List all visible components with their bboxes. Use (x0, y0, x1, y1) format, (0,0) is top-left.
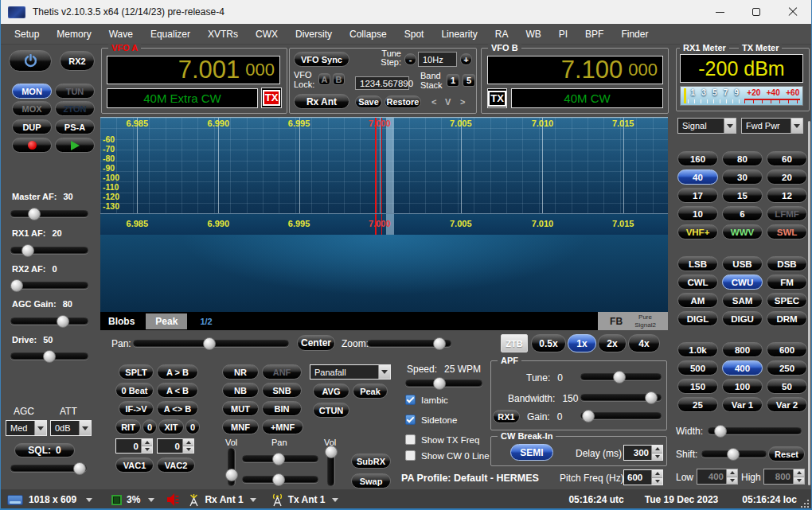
menu-equalizer[interactable]: Equalizer (142, 25, 199, 43)
restore-button[interactable]: Restore (385, 95, 421, 108)
band-wwv-button[interactable]: WWV (722, 224, 763, 239)
blobs-toggle[interactable]: Blobs (108, 316, 135, 327)
spinner-up-icon[interactable] (183, 439, 193, 446)
filter-800-button[interactable]: 800 (722, 342, 763, 357)
mut-button[interactable]: MUT (222, 401, 259, 416)
mode-sam-button[interactable]: SAM (722, 293, 763, 308)
save-button[interactable]: Save (355, 95, 382, 108)
spinner-up-icon[interactable] (727, 469, 737, 477)
mode-usb-button[interactable]: USB (722, 256, 763, 271)
apf-bandwidth-slider[interactable] (580, 394, 662, 401)
master-af-thumb[interactable] (28, 208, 41, 220)
mute-icon[interactable] (167, 493, 179, 506)
mon-button[interactable]: MON (12, 84, 52, 99)
menu-ra[interactable]: RA (486, 25, 517, 43)
band-next-button[interactable]: > (460, 97, 465, 107)
if-to-v-button[interactable]: IF->V (119, 401, 154, 416)
zoom-05x-button[interactable]: 0.5x (531, 334, 566, 352)
vfob-tx-indicator[interactable]: TX (488, 91, 506, 107)
agc-select[interactable]: Med (6, 420, 47, 436)
shift-slider[interactable] (701, 450, 767, 457)
apf-rx1-button[interactable]: RX1 (493, 410, 520, 423)
band-v-button[interactable]: V (445, 97, 451, 107)
menu-cwx[interactable]: CWX (247, 25, 287, 43)
rx1-af-slider[interactable] (10, 247, 88, 254)
spinner-down-icon[interactable] (183, 446, 193, 453)
chevron-down-icon[interactable] (332, 498, 338, 502)
vac1-button[interactable]: VAC1 (115, 457, 154, 473)
window-edge-scrollbar[interactable] (808, 121, 810, 485)
width-slider[interactable] (708, 427, 802, 434)
rx-meter-mode-select[interactable]: Signal (677, 118, 736, 134)
maximize-button[interactable] (738, 0, 775, 24)
tx-meter-mode-select[interactable]: Fwd Pwr (741, 118, 803, 134)
menu-diversity[interactable]: Diversity (287, 25, 341, 43)
menu-pi[interactable]: PI (550, 25, 576, 43)
mode-lsb-button[interactable]: LSB (677, 256, 718, 271)
xit-spinner[interactable]: 0 (157, 438, 194, 454)
spinner-up-icon[interactable] (652, 446, 662, 454)
band-20-button[interactable]: 20 (767, 169, 807, 185)
rx1-pan-thumb[interactable] (272, 453, 285, 465)
band-17-button[interactable]: 17 (677, 188, 718, 203)
rx2-af-slider[interactable] (10, 282, 88, 289)
chevron-down-icon[interactable] (250, 498, 256, 502)
band-160-button[interactable]: 160 (677, 151, 718, 166)
rx1-vol-slider[interactable] (228, 448, 235, 486)
rx2-button[interactable]: RX2 (60, 51, 95, 71)
tune-step-plus-button[interactable]: + (460, 53, 472, 65)
a-to-b-button[interactable]: A > B (157, 364, 198, 380)
minimize-button[interactable] (701, 0, 738, 24)
rx1-vol-thumb[interactable] (225, 469, 238, 481)
snb-button[interactable]: SNB (262, 383, 302, 398)
master-af-slider[interactable] (10, 210, 88, 217)
zoom-slider[interactable] (367, 340, 451, 347)
cw-speed-thumb[interactable] (433, 377, 446, 390)
nb-button[interactable]: NB (222, 383, 259, 398)
mode-fm-button[interactable]: FM (767, 274, 807, 290)
tun-button[interactable]: TUN (55, 84, 95, 99)
band-stack-1-button[interactable]: 1 (447, 74, 459, 87)
menu-spot[interactable]: Spot (396, 25, 433, 43)
apf-tune-thumb[interactable] (613, 371, 626, 383)
filter-1k-button[interactable]: 1.0k (677, 342, 718, 357)
width-thumb[interactable] (714, 425, 727, 438)
rx-ant-button[interactable]: Rx Ant (294, 94, 349, 109)
zoom-1x-button[interactable]: 1x (568, 334, 596, 352)
zoom-thumb[interactable] (433, 337, 446, 350)
rit-button[interactable]: RIT (115, 419, 141, 434)
apf-gain-thumb[interactable] (582, 410, 595, 422)
spinner-up-icon[interactable] (652, 470, 662, 478)
pan-thumb[interactable] (203, 337, 216, 350)
menu-linearity[interactable]: Linearity (432, 25, 486, 43)
cw-speed-slider[interactable] (405, 380, 482, 387)
spinner-down-icon[interactable] (794, 477, 804, 485)
mode-dsb-button[interactable]: DSB (767, 256, 807, 271)
chevron-down-icon[interactable] (79, 421, 91, 435)
display-mode-select[interactable]: Panafall (310, 364, 391, 380)
ctun-button[interactable]: CTUN (313, 403, 349, 418)
apf-tune-slider[interactable] (580, 373, 662, 380)
subrx-vol-thumb[interactable] (325, 446, 338, 458)
rit-zero-button[interactable]: 0 (142, 419, 157, 434)
band-10-button[interactable]: 10 (677, 206, 718, 221)
center-button[interactable]: Center (297, 335, 335, 351)
filter-50-button[interactable]: 50 (767, 379, 807, 394)
avg-button[interactable]: AVG (313, 383, 349, 399)
chevron-down-icon[interactable] (724, 119, 736, 133)
vfo-lock-b-button[interactable]: B (333, 73, 345, 85)
fb-button[interactable]: FB (610, 316, 623, 327)
menu-memory[interactable]: Memory (48, 25, 100, 43)
band-60-button[interactable]: 60 (767, 151, 807, 166)
spinner-down-icon[interactable] (652, 478, 662, 485)
spectrum-display[interactable]: 6.985 6.990 6.995 7.000 7.005 7.010 7.01… (100, 117, 668, 213)
xit-button[interactable]: XIT (158, 419, 184, 434)
filter-var1-button[interactable]: Var 1 (722, 397, 763, 412)
filter-100-button[interactable]: 100 (722, 379, 763, 394)
band-lfmf-button[interactable]: LFMF (767, 206, 807, 221)
mode-drm-button[interactable]: DRM (767, 311, 807, 326)
menu-bpf[interactable]: BPF (576, 25, 612, 43)
mnf-button[interactable]: MNF (222, 419, 259, 434)
tune-step-value[interactable]: 10Hz (418, 52, 457, 67)
apf-gain-slider[interactable] (580, 412, 662, 419)
